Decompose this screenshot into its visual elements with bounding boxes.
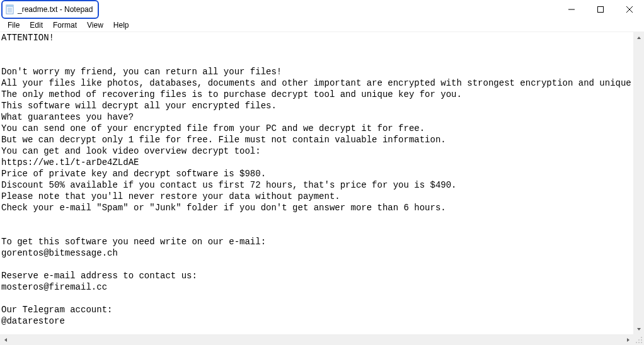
svg-rect-7 [598, 7, 604, 13]
svg-marker-13 [627, 338, 630, 342]
scroll-up-icon[interactable] [633, 32, 644, 43]
scroll-down-icon[interactable] [633, 324, 644, 334]
scroll-left-icon[interactable] [0, 334, 11, 345]
titlebar-left: _readme.txt - Notepad [1, 0, 99, 19]
svg-point-19 [641, 342, 642, 343]
svg-marker-11 [637, 328, 641, 331]
resize-grip-icon[interactable] [635, 336, 643, 344]
menu-help[interactable]: Help [108, 20, 134, 31]
horizontal-scrollbar[interactable] [0, 334, 633, 345]
svg-marker-12 [4, 338, 7, 342]
minimize-button[interactable] [557, 0, 586, 19]
svg-point-18 [638, 342, 640, 343]
editor-area: ATTENTION! Don't worry my friend, you ca… [0, 32, 644, 345]
scroll-right-icon[interactable] [623, 334, 633, 345]
close-button[interactable] [615, 0, 644, 19]
menu-format[interactable]: Format [48, 20, 82, 31]
notepad-icon [5, 4, 15, 14]
svg-point-17 [636, 342, 637, 343]
maximize-icon [597, 6, 604, 13]
titlebar[interactable]: _readme.txt - Notepad [0, 0, 644, 19]
text-editor[interactable]: ATTENTION! Don't worry my friend, you ca… [0, 32, 633, 334]
menu-file[interactable]: File [3, 20, 25, 31]
menu-edit[interactable]: Edit [25, 20, 48, 31]
notepad-window: _readme.txt - Notepad File Edit Format V… [0, 0, 644, 345]
minimize-icon [568, 6, 575, 13]
window-title: _readme.txt - Notepad [18, 5, 93, 14]
menu-view[interactable]: View [82, 20, 108, 31]
menubar: File Edit Format View Help [0, 19, 644, 32]
maximize-button[interactable] [586, 0, 615, 19]
svg-point-15 [638, 339, 640, 341]
svg-rect-1 [6, 5, 13, 7]
svg-marker-10 [637, 37, 641, 39]
window-controls [557, 0, 644, 19]
close-icon [626, 6, 633, 13]
svg-point-16 [641, 339, 642, 341]
svg-point-14 [641, 337, 642, 338]
vertical-scrollbar[interactable] [633, 32, 644, 334]
scrollbar-corner [633, 334, 644, 345]
